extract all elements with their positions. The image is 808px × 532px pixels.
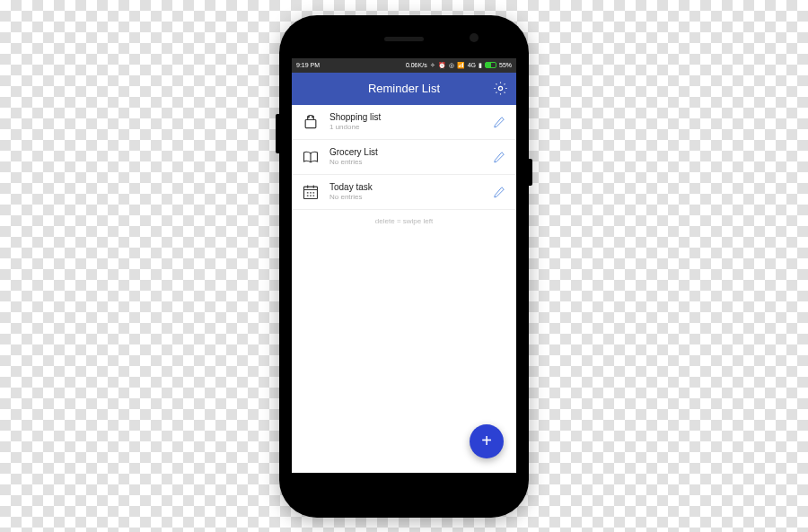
svg-rect-1 [305,119,316,127]
volume-button [276,114,279,153]
calendar-icon [301,182,321,202]
item-subtitle: No entries [329,158,482,166]
pencil-icon [493,186,505,198]
edit-button[interactable] [491,114,507,130]
add-button[interactable]: + [470,424,504,458]
gear-icon [493,81,508,96]
settings-button[interactable] [491,80,509,98]
status-bar: 9:19 PM 0.06K/s ✧ ⏰ ◎ 📶 4G ▮ 55% [292,58,516,73]
status-battery: 55% [499,62,512,68]
item-title: Today task [329,182,482,192]
phone-frame: 9:19 PM 0.06K/s ✧ ⏰ ◎ 📶 4G ▮ 55% Reminde… [279,15,529,518]
signal-bars-icon: ▮ [479,62,482,69]
phone-speaker [384,37,424,41]
swipe-hint: delete = swipe left [292,210,516,232]
power-button [529,159,532,186]
status-netspeed: 0.06K/s [406,62,427,68]
vibrate-icon: ✧ [430,62,435,69]
status-time: 9:19 PM [296,62,320,68]
item-title: Shopping list [329,112,482,122]
reminder-list[interactable]: Shopping list 1 undone Groce [292,105,516,473]
plus-icon: + [481,431,492,451]
screen: 9:19 PM 0.06K/s ✧ ⏰ ◎ 📶 4G ▮ 55% Reminde… [292,58,516,473]
list-item[interactable]: Grocery List No entries [292,140,516,175]
phone-camera [470,33,479,42]
book-icon [301,147,321,167]
shopping-icon [301,112,321,132]
battery-icon [485,62,496,68]
item-subtitle: 1 undone [329,123,482,131]
wifi-icon: ◎ [449,62,454,69]
pencil-icon [493,151,505,163]
alarm-icon: ⏰ [438,62,446,69]
item-title: Grocery List [329,147,482,157]
edit-button[interactable] [491,149,507,165]
signal-icon: 📶 [457,62,465,69]
edit-button[interactable] [491,184,507,200]
svg-point-0 [498,86,502,90]
status-signal: 4G [468,62,476,68]
item-subtitle: No entries [329,193,482,201]
list-item[interactable]: Today task No entries [292,175,516,210]
list-item[interactable]: Shopping list 1 undone [292,105,516,140]
pencil-icon [493,116,505,128]
app-title: Reminder List [368,82,440,95]
app-bar: Reminder List [292,73,516,105]
